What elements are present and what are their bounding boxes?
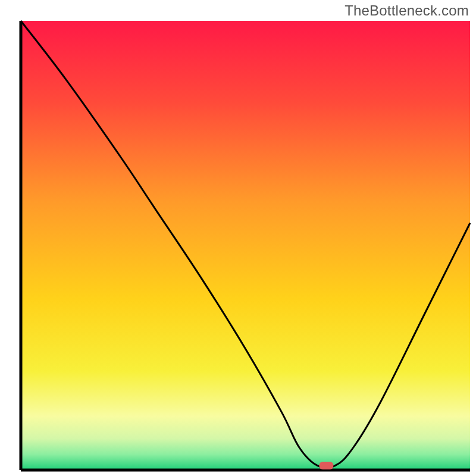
minimum-marker xyxy=(319,462,333,469)
gradient-background xyxy=(21,21,470,470)
watermark-text: TheBottleneck.com xyxy=(345,2,469,19)
bottleneck-chart: TheBottleneck.com xyxy=(0,0,476,476)
chart-canvas xyxy=(0,0,476,476)
